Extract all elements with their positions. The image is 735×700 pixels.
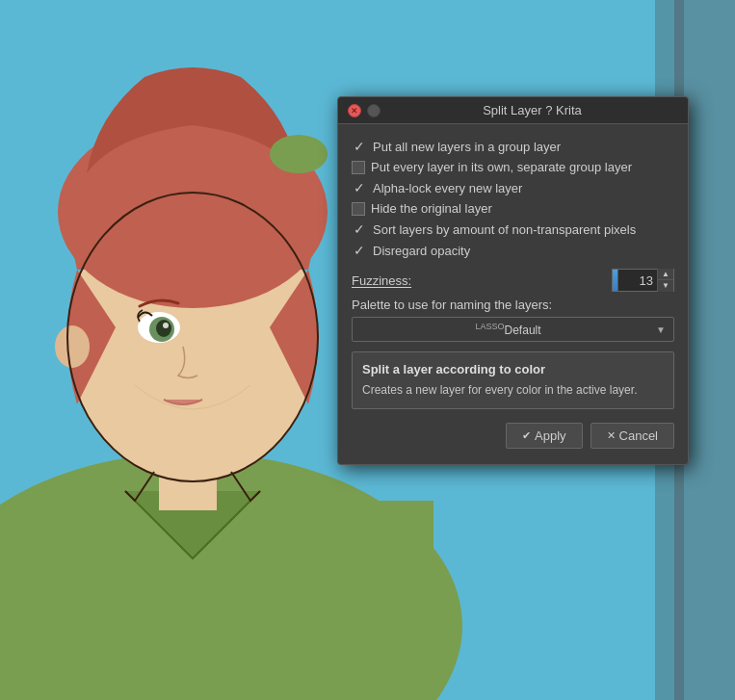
apply-button[interactable]: ✔ Apply <box>506 423 583 449</box>
option-disregard-opacity: ✓ Disregard opacity <box>352 240 674 261</box>
label-disregard-opacity[interactable]: Disregard opacity <box>373 244 470 258</box>
close-button[interactable]: ✕ <box>348 104 361 117</box>
title-bar: ✕ Split Layer ? Krita <box>338 97 688 124</box>
option-group-layer: ✓ Put all new layers in a group layer <box>352 136 674 157</box>
svg-point-6 <box>270 135 328 173</box>
label-sort-layers[interactable]: Sort layers by amount of non-transparent… <box>373 222 636 237</box>
check-sort-layers: ✓ <box>352 221 367 237</box>
label-group-layer[interactable]: Put all new layers in a group layer <box>373 140 561 154</box>
check-alpha-lock: ✓ <box>352 180 367 195</box>
svg-rect-2 <box>48 501 433 700</box>
fuzziness-spinner: ▲ ▼ <box>657 269 673 292</box>
check-disregard-opacity: ✓ <box>352 243 367 258</box>
label-alpha-lock[interactable]: Alpha-lock every new layer <box>373 181 522 195</box>
option-sort-layers: ✓ Sort layers by amount of non-transpare… <box>352 219 674 240</box>
dialog-window: ✕ Split Layer ? Krita ✓ Put all new laye… <box>337 96 689 465</box>
cancel-label: Cancel <box>619 428 658 443</box>
info-box-text: Creates a new layer for every color in t… <box>362 382 664 399</box>
info-box: Split a layer according to color Creates… <box>352 351 674 409</box>
option-alpha-lock: ✓ Alpha-lock every new layer <box>352 177 674 198</box>
fuzziness-up-button[interactable]: ▲ <box>658 269 673 280</box>
svg-point-9 <box>156 320 171 337</box>
label-hide-original[interactable]: Hide the original layer <box>371 201 492 216</box>
dialog-title: Split Layer ? Krita <box>386 103 678 117</box>
palette-label: Palette to use for naming the layers: <box>352 298 674 312</box>
fuzziness-input-wrap: ▲ ▼ <box>612 269 674 292</box>
option-separate-group: Put every layer in its own, separate gro… <box>352 157 674 177</box>
check-group-layer: ✓ <box>352 139 367 154</box>
option-hide-original: Hide the original layer <box>352 198 674 219</box>
fuzziness-input[interactable] <box>618 270 657 291</box>
palette-dropdown[interactable]: LASSODefault ▼ <box>352 317 674 342</box>
apply-check-icon: ✔ <box>522 429 531 442</box>
fuzziness-label-text: Fuzziness: <box>352 273 411 288</box>
dropdown-arrow-icon: ▼ <box>656 324 666 335</box>
svg-point-11 <box>55 325 90 368</box>
minimize-button[interactable] <box>367 104 381 117</box>
fuzziness-row: Fuzziness: ▲ ▼ <box>352 269 674 292</box>
cb-hide-original[interactable] <box>352 202 365 216</box>
dialog-body: ✓ Put all new layers in a group layer Pu… <box>338 124 688 464</box>
fuzziness-label: Fuzziness: <box>352 273 612 288</box>
info-box-title: Split a layer according to color <box>362 362 664 376</box>
label-separate-group[interactable]: Put every layer in its own, separate gro… <box>371 160 632 174</box>
buttons-row: ✔ Apply ✕ Cancel <box>352 423 674 453</box>
svg-point-10 <box>163 323 169 328</box>
fuzziness-down-button[interactable]: ▼ <box>658 280 673 292</box>
cancel-x-icon: ✕ <box>607 429 616 442</box>
cb-separate-group[interactable] <box>352 161 365 174</box>
apply-label: Apply <box>535 428 566 443</box>
cancel-button[interactable]: ✕ Cancel <box>591 423 674 449</box>
palette-value: LASSODefault <box>360 322 656 337</box>
